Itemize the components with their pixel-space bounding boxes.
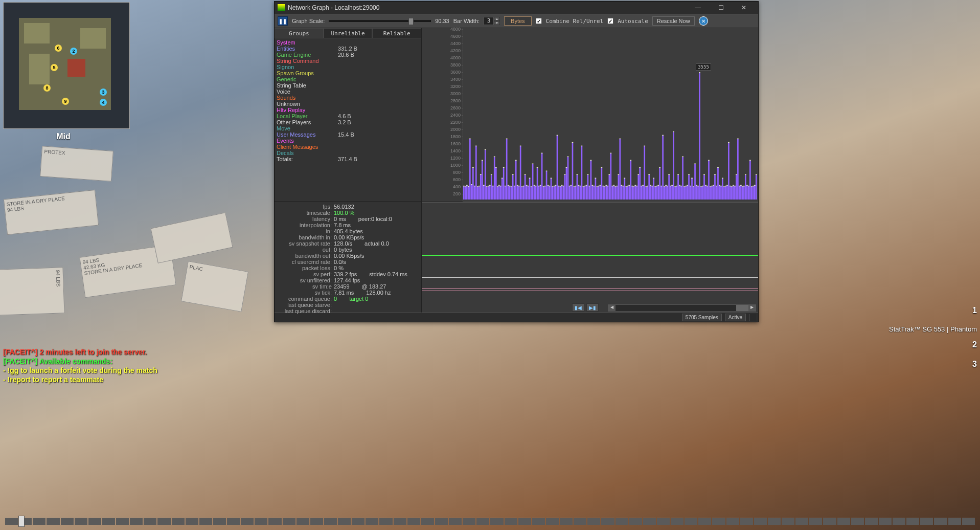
timeline-segment[interactable] <box>809 518 822 525</box>
timeline-segment[interactable] <box>310 518 323 525</box>
timeline-segment[interactable] <box>601 518 614 525</box>
tab-reliable[interactable]: Reliable <box>372 28 421 38</box>
timeline-segment[interactable] <box>518 518 531 525</box>
timeline-segment[interactable] <box>47 518 59 525</box>
timeline-segment[interactable] <box>186 518 198 525</box>
maximize-button[interactable]: ☐ <box>710 2 732 13</box>
timeline-segment[interactable] <box>505 518 517 525</box>
timeline-segment[interactable] <box>61 518 74 525</box>
timeline-segment[interactable] <box>726 518 739 525</box>
chart-hscrollbar[interactable]: ◀ ▶ <box>608 304 756 312</box>
timeline-segment[interactable] <box>643 518 656 525</box>
timeline-segment[interactable] <box>199 518 212 525</box>
scroll-thumb[interactable] <box>736 305 748 311</box>
timeline-segment[interactable] <box>283 518 295 525</box>
timeline-segment[interactable] <box>920 518 933 525</box>
pause-button[interactable]: ❚❚ <box>278 16 288 26</box>
timeline-segment[interactable] <box>546 518 559 525</box>
timeline-segment[interactable] <box>435 518 448 525</box>
timeline-segment[interactable] <box>241 518 254 525</box>
timeline-segment[interactable] <box>490 518 503 525</box>
timeline-segment[interactable] <box>144 518 156 525</box>
graph-scale-slider[interactable] <box>329 20 431 22</box>
bytes-button[interactable]: Bytes <box>504 16 532 26</box>
timeline-segment[interactable] <box>685 518 697 525</box>
timeline-segment[interactable] <box>407 518 420 525</box>
timeline-segment[interactable] <box>657 518 670 525</box>
timeline-segment[interactable] <box>893 518 905 525</box>
timeline-segment[interactable] <box>324 518 337 525</box>
rescale-button[interactable]: Rescale Now <box>652 16 695 26</box>
timeline-segment[interactable] <box>587 518 600 525</box>
slider-knob[interactable] <box>408 18 414 25</box>
timeline-segment[interactable] <box>352 518 364 525</box>
timeline-segment[interactable] <box>255 518 267 525</box>
demo-timeline[interactable] <box>5 518 975 525</box>
nav-last-button[interactable]: ▶▮ <box>586 303 599 312</box>
timeline-segment[interactable] <box>476 518 489 525</box>
timeline-segment[interactable] <box>463 518 475 525</box>
timeline-segment[interactable] <box>116 518 129 525</box>
nav-first-button[interactable]: ▮◀ <box>572 303 584 312</box>
timeline-segment[interactable] <box>823 518 836 525</box>
timeline-segment[interactable] <box>213 518 226 525</box>
timeline-segment[interactable] <box>157 518 170 525</box>
timeline-segment[interactable] <box>934 518 947 525</box>
timeline-segment[interactable] <box>962 518 975 525</box>
timeline-segment[interactable] <box>768 518 781 525</box>
timeline-segment[interactable] <box>532 518 545 525</box>
timeline-segment[interactable] <box>698 518 711 525</box>
reset-icon[interactable]: ✕ <box>699 16 708 26</box>
demo-timeline-thumb[interactable] <box>18 516 25 527</box>
bar-width-input[interactable]: 3 <box>484 17 494 25</box>
svg-rect-114 <box>551 178 552 200</box>
timeline-segment[interactable] <box>740 518 753 525</box>
close-button[interactable]: ✕ <box>733 2 755 13</box>
tab-unreliable[interactable]: Unreliable <box>324 28 373 38</box>
svg-rect-266 <box>667 186 668 200</box>
timeline-segment[interactable] <box>671 518 683 525</box>
combine-checkbox[interactable]: ✓ <box>536 18 542 24</box>
titlebar[interactable]: Network Graph - Localhost:29000 — ☐ ✕ <box>275 2 758 14</box>
scroll-left-icon[interactable]: ◀ <box>608 305 616 311</box>
timeline-segment[interactable] <box>616 518 628 525</box>
timeline-segment[interactable] <box>5 518 18 525</box>
timeline-segment[interactable] <box>75 518 87 525</box>
timeline-segment[interactable] <box>449 518 462 525</box>
minimize-button[interactable]: — <box>687 2 709 13</box>
spin-up[interactable]: ▲ <box>494 17 500 21</box>
scroll-right-icon[interactable]: ▶ <box>748 305 756 311</box>
chart-area[interactable]: 3555 <box>463 28 758 202</box>
timeline-segment[interactable] <box>574 518 586 525</box>
timeline-segment[interactable] <box>948 518 961 525</box>
timeline-segment[interactable] <box>865 518 878 525</box>
timeline-segment[interactable] <box>227 518 240 525</box>
resize-grip-icon[interactable] <box>749 314 756 321</box>
timeline-segment[interactable] <box>795 518 808 525</box>
timeline-segment[interactable] <box>33 518 45 525</box>
timeline-segment[interactable] <box>906 518 919 525</box>
timeline-segment[interactable] <box>837 518 850 525</box>
timeline-segment[interactable] <box>338 518 351 525</box>
autoscale-checkbox[interactable]: ✓ <box>607 18 613 24</box>
timeline-segment[interactable] <box>394 518 406 525</box>
timeline-segment[interactable] <box>88 518 101 525</box>
tab-groups[interactable]: Groups <box>275 28 324 38</box>
timeline-segment[interactable] <box>379 518 392 525</box>
timeline-segment[interactable] <box>421 518 434 525</box>
timeline-segment[interactable] <box>629 518 642 525</box>
timeline-segment[interactable] <box>712 518 725 525</box>
timeline-segment[interactable] <box>782 518 794 525</box>
timeline-segment[interactable] <box>879 518 892 525</box>
timeline-segment[interactable] <box>297 518 309 525</box>
timeline-segment[interactable] <box>268 518 281 525</box>
timeline-segment[interactable] <box>560 518 573 525</box>
timeline-segment[interactable] <box>130 518 143 525</box>
timeline-segment[interactable] <box>102 518 115 525</box>
timeline-segment[interactable] <box>754 518 767 525</box>
spin-down[interactable]: ▼ <box>494 21 500 25</box>
timeline-segment[interactable] <box>366 518 378 525</box>
svg-rect-374 <box>749 161 751 200</box>
timeline-segment[interactable] <box>172 518 185 525</box>
timeline-segment[interactable] <box>851 518 864 525</box>
